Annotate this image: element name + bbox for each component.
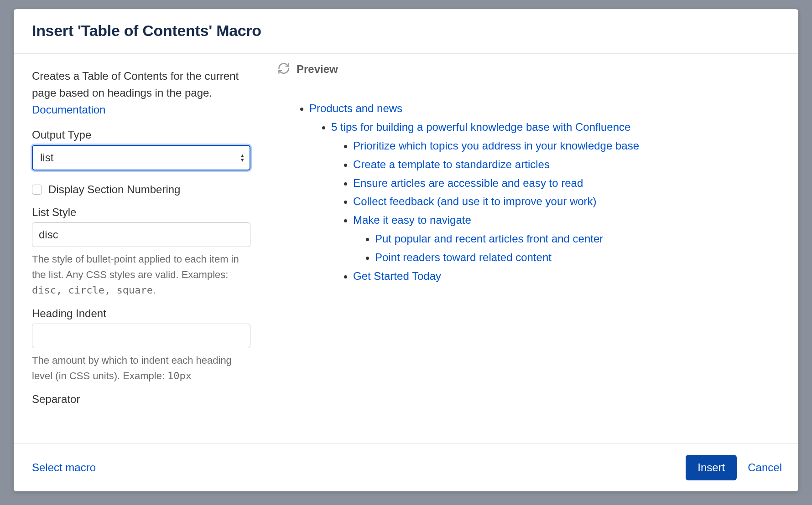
- list-style-input[interactable]: [32, 222, 250, 247]
- macro-insert-modal: Insert 'Table of Contents' Macro Creates…: [14, 9, 798, 491]
- refresh-icon[interactable]: [277, 62, 290, 77]
- toc-link[interactable]: Prioritize which topics you address in y…: [353, 139, 639, 152]
- macro-description: Creates a Table of Contents for the curr…: [32, 67, 250, 119]
- separator-field: Separator: [32, 393, 250, 406]
- list-style-label: List Style: [32, 206, 250, 219]
- output-type-field: Output Type ▴▾: [32, 129, 250, 170]
- documentation-link[interactable]: Documentation: [32, 103, 105, 116]
- modal-footer: Select macro Insert Cancel: [14, 443, 798, 491]
- display-section-numbering-label: Display Section Numbering: [48, 183, 180, 196]
- toc-item: Ensure articles are accessible and easy …: [353, 175, 780, 192]
- select-macro-link[interactable]: Select macro: [25, 461, 96, 474]
- heading-indent-label: Heading Indent: [32, 307, 250, 320]
- toc-link[interactable]: Collect feedback (and use it to improve …: [353, 195, 597, 207]
- toc-link[interactable]: Products and news: [309, 102, 402, 114]
- cancel-button[interactable]: Cancel: [748, 461, 782, 474]
- output-type-select[interactable]: [32, 145, 250, 170]
- output-type-select-wrap: ▴▾: [32, 145, 250, 170]
- list-style-help: The style of bullet-point applied to eac…: [32, 252, 250, 298]
- toc-link[interactable]: Get Started Today: [353, 270, 441, 282]
- toc-item: Point readers toward related content: [375, 249, 780, 267]
- toc-link[interactable]: Put popular and recent articles front an…: [375, 232, 603, 245]
- toc-link[interactable]: Ensure articles are accessible and easy …: [353, 177, 583, 189]
- toc-item: Prioritize which topics you address in y…: [353, 137, 780, 155]
- help-text-segment: The amount by which to indent each headi…: [32, 355, 232, 381]
- heading-indent-help: The amount by which to indent each headi…: [32, 353, 250, 384]
- toc-link[interactable]: Point readers toward related content: [375, 251, 552, 263]
- preview-title: Preview: [297, 63, 338, 76]
- description-text: Creates a Table of Contents for the curr…: [32, 70, 239, 99]
- toc-item: Products and news 5 tips for building a …: [309, 100, 780, 285]
- help-text-code: disc, circle, square: [32, 284, 153, 296]
- toc-list: Products and news 5 tips for building a …: [287, 100, 780, 285]
- macro-config-panel: Creates a Table of Contents for the curr…: [14, 54, 269, 443]
- heading-indent-field: Heading Indent The amount by which to in…: [32, 307, 250, 384]
- help-text-segment: .: [153, 284, 156, 296]
- toc-item: 5 tips for building a powerful knowledge…: [331, 119, 780, 285]
- display-section-numbering-field: Display Section Numbering: [32, 183, 250, 196]
- display-section-numbering-checkbox[interactable]: [32, 185, 42, 195]
- help-text-code: 10px: [167, 370, 192, 381]
- insert-button[interactable]: Insert: [686, 455, 737, 480]
- separator-label: Separator: [32, 393, 250, 406]
- toc-item: Make it easy to navigate Put popular and…: [353, 211, 780, 267]
- preview-header: Preview: [269, 54, 798, 85]
- modal-title: Insert 'Table of Contents' Macro: [32, 22, 780, 40]
- toc-link[interactable]: Make it easy to navigate: [353, 214, 471, 226]
- toc-link[interactable]: 5 tips for building a powerful knowledge…: [331, 121, 630, 133]
- toc-item: Put popular and recent articles front an…: [375, 230, 780, 248]
- toc-item: Collect feedback (and use it to improve …: [353, 193, 780, 211]
- modal-header: Insert 'Table of Contents' Macro: [14, 9, 798, 54]
- heading-indent-input[interactable]: [32, 324, 250, 348]
- preview-panel: Preview Products and news 5 tips for bui…: [269, 54, 798, 443]
- output-type-label: Output Type: [32, 129, 250, 141]
- toc-link[interactable]: Create a template to standardize article…: [353, 158, 550, 170]
- footer-actions: Insert Cancel: [686, 455, 782, 480]
- help-text-segment: The style of bullet-point applied to eac…: [32, 253, 239, 280]
- list-style-field: List Style The style of bullet-point app…: [32, 206, 250, 298]
- toc-item: Get Started Today: [353, 268, 780, 285]
- preview-body: Products and news 5 tips for building a …: [269, 85, 798, 300]
- toc-item: Create a template to standardize article…: [353, 156, 780, 174]
- modal-body: Creates a Table of Contents for the curr…: [14, 54, 798, 443]
